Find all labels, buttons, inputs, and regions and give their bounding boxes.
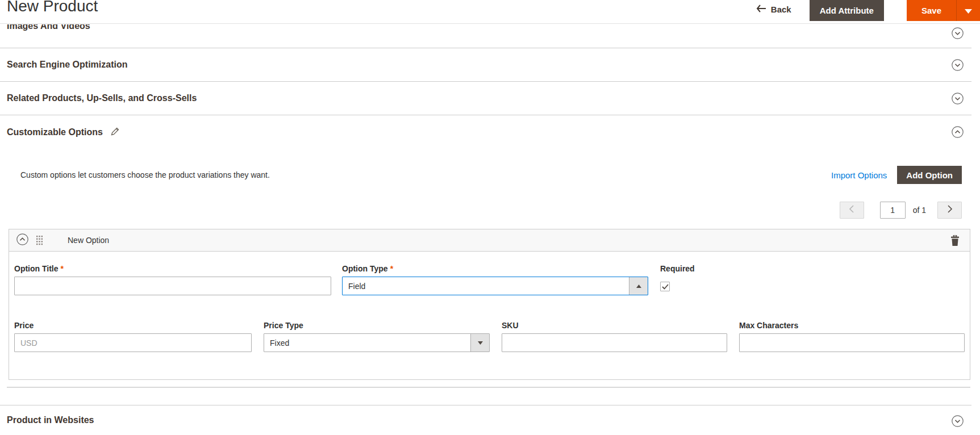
previous-page-button[interactable] [840, 202, 864, 219]
price-type-select[interactable]: Fixed [264, 333, 490, 352]
add-attribute-button[interactable]: Add Attribute [810, 0, 884, 21]
select-arrow-down-icon[interactable] [470, 334, 489, 352]
custom-options-toolbar: Custom options let customers choose the … [7, 166, 971, 184]
chevron-down-circle-icon[interactable] [952, 27, 964, 41]
option-panel-body: Option Title* Option Type* Field [9, 252, 970, 379]
options-pagination: of 1 [7, 202, 971, 219]
price-label: Price [14, 321, 252, 330]
select-arrow-up-icon[interactable] [629, 277, 648, 295]
pencil-icon[interactable] [111, 127, 119, 138]
max-characters-label: Max Characters [739, 321, 965, 330]
trash-icon[interactable] [950, 235, 960, 246]
save-split-button: Save [907, 0, 980, 21]
import-options-link[interactable]: Import Options [831, 170, 887, 180]
option-title-input[interactable] [14, 277, 331, 295]
section-related-products[interactable]: Related Products, Up-Sells, and Cross-Se… [0, 82, 971, 115]
back-arrow-icon [756, 5, 766, 14]
drag-handle-icon[interactable] [36, 236, 43, 245]
option-panel: New Option Option Title* [9, 229, 970, 380]
section-heading: Product in Websites [7, 415, 971, 425]
price-input[interactable] [14, 333, 252, 352]
required-checkbox[interactable] [660, 282, 670, 291]
section-customizable-options[interactable]: Customizable Options Custom options let … [0, 115, 980, 388]
option-type-select[interactable]: Field [342, 277, 648, 295]
next-page-button[interactable] [937, 202, 962, 219]
section-heading: Images And Videos [7, 24, 90, 31]
page-number-input[interactable] [880, 202, 906, 219]
required-marker: * [61, 264, 64, 273]
header-actions: Back Add Attribute Save [756, 0, 980, 21]
section-search-engine-optimization[interactable]: Search Engine Optimization [0, 48, 971, 82]
section-heading-clip: Images And Videos [7, 24, 234, 34]
price-type-value: Fixed [264, 334, 470, 352]
required-marker: * [390, 264, 393, 273]
chevron-right-icon [947, 205, 953, 215]
back-button[interactable]: Back [756, 5, 791, 14]
option-panel-header[interactable]: New Option [9, 229, 970, 252]
chevron-left-icon [849, 205, 854, 215]
collapse-option-icon[interactable] [16, 233, 28, 248]
custom-options-description: Custom options let customers choose the … [20, 170, 270, 179]
add-option-button[interactable]: Add Option [897, 166, 962, 184]
back-button-label: Back [771, 5, 791, 14]
chevron-down-circle-icon[interactable] [952, 93, 964, 107]
page-total-label: of 1 [913, 206, 926, 215]
section-images-and-videos[interactable]: Images And Videos [0, 24, 971, 48]
price-type-label: Price Type [264, 321, 490, 330]
save-dropdown-toggle[interactable] [956, 0, 980, 21]
option-title-label: Option Title* [14, 264, 331, 273]
page-header: New Product Back Add Attribute Save [0, 0, 980, 24]
sku-input[interactable] [502, 333, 727, 352]
chevron-up-circle-icon[interactable] [952, 126, 964, 140]
section-heading: Search Engine Optimization [7, 60, 127, 70]
option-type-value: Field [343, 277, 629, 295]
divider [7, 387, 970, 388]
max-characters-input[interactable] [739, 333, 965, 352]
sku-label: SKU [502, 321, 727, 330]
chevron-down-circle-icon[interactable] [952, 59, 964, 73]
option-title-text: New Option [68, 236, 109, 245]
section-product-in-websites[interactable]: Product in Websites [0, 405, 980, 425]
option-type-label: Option Type* [342, 264, 648, 273]
section-heading: Related Products, Up-Sells, and Cross-Se… [7, 93, 197, 103]
caret-down-icon [965, 6, 972, 16]
required-label: Required [660, 264, 695, 273]
section-heading: Customizable Options [7, 127, 103, 137]
page-title: New Product [7, 0, 98, 15]
save-button[interactable]: Save [907, 0, 956, 21]
chevron-down-circle-icon[interactable] [952, 415, 964, 429]
